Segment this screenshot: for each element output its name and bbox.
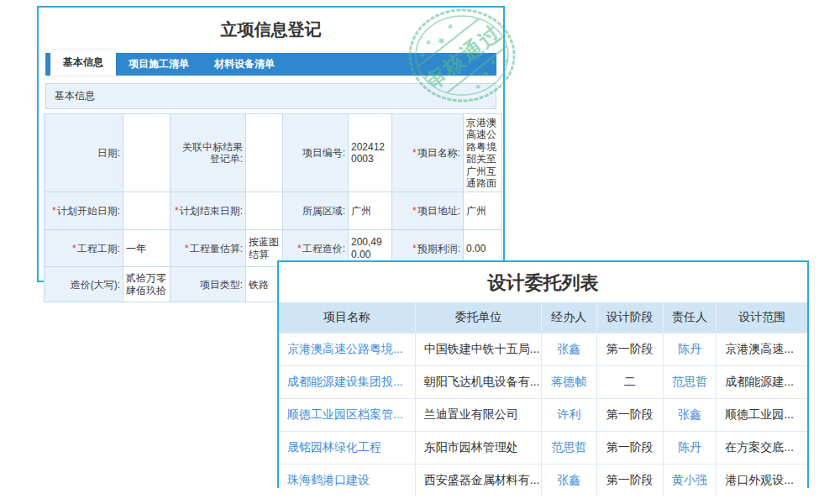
page: 立项信息登记 基本信息 项目施工清单 材料设备清单 基本信息 日期: 关联中标结… xyxy=(0,0,840,504)
owner-link[interactable]: 张鑫 xyxy=(663,399,717,432)
field-label-project-no: 项目编号: xyxy=(283,114,349,192)
field-label-project-type: 项目类型: xyxy=(171,267,246,302)
column-header-client: 委托单位 xyxy=(415,302,541,333)
client-cell: 朝阳飞达机电设备有... xyxy=(415,366,541,399)
column-header-design-scope: 设计范围 xyxy=(717,302,807,333)
field-label-quantity-estimate: *工程量估算: xyxy=(171,230,246,267)
required-marker: * xyxy=(72,243,76,255)
stage-cell: 第一阶段 xyxy=(596,432,663,465)
page-title: 立项信息登记 xyxy=(39,18,503,41)
field-label-date: 日期: xyxy=(45,114,123,192)
field-value-project-name: 京港澳高速公路粤境韶关至广州互通路面 xyxy=(464,114,502,192)
design-list-title: 设计委托列表 xyxy=(279,262,807,302)
field-label-duration: *工程工期: xyxy=(45,230,123,267)
section-title-basic-info: 基本信息 xyxy=(45,83,496,109)
field-value-plan-start xyxy=(123,192,171,230)
required-marker: * xyxy=(52,205,56,217)
table-row[interactable]: 晟铭园林绿化工程 东阳市园林管理处 范思哲 第一阶段 陈丹 在方案交底... xyxy=(279,432,807,465)
required-marker: * xyxy=(185,243,189,255)
required-marker: * xyxy=(297,243,302,255)
table-row[interactable]: 京港澳高速公路粤境... 中国铁建中铁十五局... 张鑫 第一阶段 陈丹 京港澳… xyxy=(279,333,807,366)
owner-link[interactable]: 范思哲 xyxy=(663,366,717,399)
required-marker: * xyxy=(412,147,417,159)
table-row[interactable]: 成都能源建设集团投... 朝阳飞达机电设备有... 蒋德帧 二 范思哲 成都能源… xyxy=(279,366,807,399)
project-name-link[interactable]: 顺德工业园区档案管... xyxy=(279,399,415,432)
tab-bar: 基本信息 项目施工清单 材料设备清单 xyxy=(45,53,496,76)
required-marker: * xyxy=(412,205,417,217)
stage-cell: 二 xyxy=(596,366,663,399)
scope-cell: 顺德工业园... xyxy=(717,399,807,432)
tab-material-equipment-list[interactable]: 材料设备清单 xyxy=(202,53,287,76)
client-cell: 东阳市园林管理处 xyxy=(415,432,541,465)
scope-cell: 在方案交底... xyxy=(717,432,807,465)
field-label-plan-end: *计划结束日期: xyxy=(171,192,246,230)
column-header-design-stage: 设计阶段 xyxy=(596,302,663,333)
field-value-region: 广州 xyxy=(349,192,392,230)
column-header-handler: 经办人 xyxy=(542,302,596,333)
client-cell: 兰迪置业有限公司 xyxy=(415,399,541,432)
client-cell: 中国铁建中铁十五局... xyxy=(415,333,541,366)
design-list-panel: 设计委托列表 项目名称 委托单位 经办人 设计阶段 责任人 设计范围 京港澳高速… xyxy=(277,260,809,488)
handler-link[interactable]: 蒋德帧 xyxy=(542,366,596,399)
project-name-link[interactable]: 晟铭园林绿化工程 xyxy=(279,432,415,465)
tab-basic-info[interactable]: 基本信息 xyxy=(50,50,116,76)
field-value-project-no: 2024120003 xyxy=(349,114,392,192)
field-value-bid-result xyxy=(246,114,283,192)
field-label-plan-start: *计划开始日期: xyxy=(45,192,123,230)
field-label-cost-words: 造价(大写): xyxy=(45,267,123,302)
tab-construction-list[interactable]: 项目施工清单 xyxy=(116,53,202,76)
scope-cell: 成都能源建... xyxy=(717,366,807,399)
field-label-project-name: *项目名称: xyxy=(392,114,464,192)
handler-link[interactable]: 范思哲 xyxy=(542,432,596,465)
field-value-date xyxy=(123,114,171,192)
project-name-link[interactable]: 京港澳高速公路粤境... xyxy=(279,333,415,366)
registration-panel: 立项信息登记 基本信息 项目施工清单 材料设备清单 基本信息 日期: 关联中标结… xyxy=(37,6,505,282)
field-value-cost-words: 贰拾万零肆佰玖拾 xyxy=(123,267,171,302)
stage-cell: 第一阶段 xyxy=(596,399,663,432)
owner-link[interactable]: 陈丹 xyxy=(663,432,717,465)
owner-link[interactable]: 黄小强 xyxy=(663,465,717,497)
table-header-row: 项目名称 委托单位 经办人 设计阶段 责任人 设计范围 xyxy=(279,302,807,333)
required-marker: * xyxy=(175,205,179,217)
client-cell: 西安盛器金属材料有... xyxy=(415,465,541,497)
project-name-link[interactable]: 成都能源建设集团投... xyxy=(279,366,415,399)
design-list-table: 项目名称 委托单位 经办人 设计阶段 责任人 设计范围 京港澳高速公路粤境...… xyxy=(279,302,807,496)
column-header-project-name: 项目名称 xyxy=(279,302,415,333)
owner-link[interactable]: 陈丹 xyxy=(663,333,717,366)
stage-cell: 第一阶段 xyxy=(596,465,663,497)
required-marker: * xyxy=(412,243,417,255)
field-label-address: *项目地址: xyxy=(392,192,464,230)
field-label-region: 所属区域: xyxy=(283,192,349,230)
handler-link[interactable]: 许利 xyxy=(542,399,596,432)
field-value-duration: 一年 xyxy=(123,230,171,267)
handler-link[interactable]: 张鑫 xyxy=(542,333,596,366)
field-value-plan-end xyxy=(246,192,283,230)
field-label-bid-result: 关联中标结果登记单: xyxy=(171,114,246,192)
project-name-link[interactable]: 珠海鹤港口建设 xyxy=(279,465,415,497)
column-header-owner: 责任人 xyxy=(663,302,717,333)
table-row[interactable]: 顺德工业园区档案管... 兰迪置业有限公司 许利 第一阶段 张鑫 顺德工业园..… xyxy=(279,399,807,432)
stage-cell: 第一阶段 xyxy=(596,333,663,366)
handler-link[interactable]: 张鑫 xyxy=(542,465,596,497)
field-value-address: 广州 xyxy=(464,192,502,230)
scope-cell: 京港澳高速... xyxy=(717,333,807,366)
scope-cell: 港口外观设... xyxy=(717,465,807,497)
table-row[interactable]: 珠海鹤港口建设 西安盛器金属材料有... 张鑫 第一阶段 黄小强 港口外观设..… xyxy=(279,465,807,497)
